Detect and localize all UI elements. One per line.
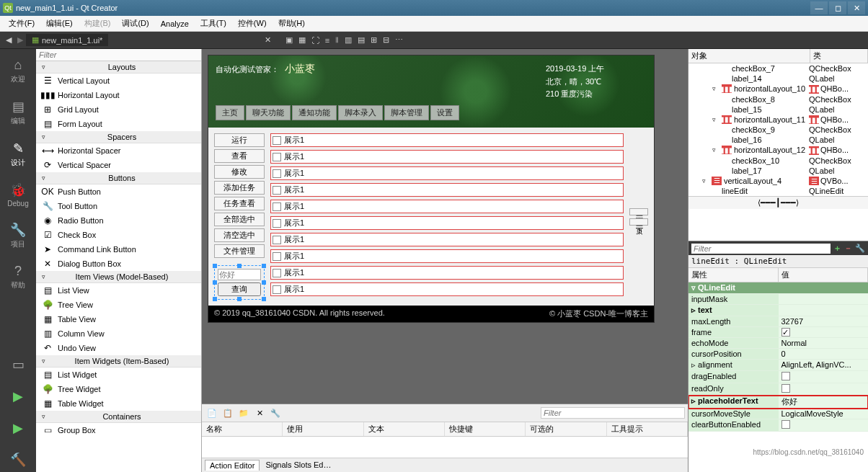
widget-radio-button[interactable]: ◉Radio Button	[36, 213, 201, 228]
mode-Debug[interactable]: 🐞Debug	[6, 179, 30, 210]
new-action-icon[interactable]: 📄	[205, 406, 219, 420]
file-tab[interactable]: ▦ new_main1_1.ui*	[26, 34, 108, 46]
property-filter[interactable]	[691, 244, 831, 254]
oi-row-label_17[interactable]: label_17QLabel	[688, 166, 868, 176]
widget-column-view[interactable]: ▥Column View	[36, 326, 201, 341]
ae-col-3[interactable]: 快捷键	[445, 422, 526, 436]
action-button-0[interactable]: 运行	[214, 133, 265, 147]
widget-vertical-spacer[interactable]: ⟳Vertical Spacer	[36, 158, 201, 172]
action-filter[interactable]	[541, 407, 685, 419]
widget-tool-button[interactable]: 🔧Tool Button	[36, 199, 201, 213]
prop-readOnly[interactable]: readOnly	[688, 383, 868, 396]
mode-设计[interactable]: ✎设计	[9, 138, 27, 171]
widget-tree-widget[interactable]: 🌳Tree Widget	[36, 382, 201, 396]
run-button[interactable]: ▶	[12, 386, 25, 409]
prop-inputMask[interactable]: inputMask	[688, 294, 868, 305]
oi-row-horizontalLayout_10[interactable]: ▿▮▮▮horizontalLayout_10▮▮▮QHBo...	[688, 84, 868, 94]
row-checkbox[interactable]	[273, 186, 281, 195]
page-button-1[interactable]: 下一页	[629, 218, 648, 226]
row-checkbox[interactable]	[273, 285, 281, 294]
oi-header-object[interactable]: 对象	[688, 49, 810, 63]
prop-cursorMoveStyle[interactable]: cursorMoveStyleLogicalMoveStyle	[688, 409, 868, 419]
ae-col-4[interactable]: 可选的	[526, 422, 606, 436]
mode-欢迎[interactable]: ⌂欢迎	[9, 55, 27, 87]
banner-tab-3[interactable]: 脚本录入	[338, 105, 383, 120]
menu-6[interactable]: 控件(W)	[232, 17, 273, 30]
prop-maxLength[interactable]: maxLength32767	[688, 316, 868, 327]
class-header[interactable]: QLineEdit	[698, 283, 735, 292]
ae-col-1[interactable]: 使用	[283, 422, 363, 436]
action-button-6[interactable]: 清空选中	[214, 228, 265, 242]
tool-icon-2[interactable]: ▦	[296, 34, 309, 46]
pe-header-value[interactable]: 值	[779, 268, 869, 282]
row-checkbox[interactable]	[273, 202, 281, 211]
build-button[interactable]: 🔨	[9, 449, 27, 472]
debug-run-button[interactable]: ▶	[12, 417, 25, 440]
copy-action-icon[interactable]: 📋	[221, 406, 235, 420]
ae-col-5[interactable]: 工具提示	[607, 422, 688, 436]
tool-icon-9[interactable]: ⊟	[380, 34, 392, 46]
display-row-4[interactable]: 展示1	[270, 200, 624, 213]
config-action-icon[interactable]: 🔧	[268, 406, 283, 420]
tool-icon-8[interactable]: ⊞	[368, 34, 380, 46]
banner-tab-1[interactable]: 聊天功能	[246, 105, 291, 120]
tool-icon-1[interactable]: ▣	[283, 34, 296, 46]
menu-7[interactable]: 帮助(H)	[273, 17, 311, 30]
prop-clearButtonEnabled[interactable]: clearButtonEnabled	[688, 419, 868, 432]
mode-编辑[interactable]: ▤编辑	[9, 96, 27, 129]
category-Layouts[interactable]: ▿Layouts	[36, 61, 201, 74]
mode-帮助[interactable]: ?帮助	[9, 261, 27, 293]
banner-tab-4[interactable]: 脚本管理	[384, 105, 429, 120]
menu-2[interactable]: 构建(B)	[79, 17, 117, 30]
ae-col-0[interactable]: 名称	[202, 422, 283, 436]
row-checkbox[interactable]	[273, 269, 281, 277]
oi-row-checkBox_10[interactable]: checkBox_10QCheckBox	[688, 156, 868, 166]
menu-1[interactable]: 编辑(E)	[40, 17, 79, 30]
oi-row-verticalLayout_4[interactable]: ▿☰verticalLayout_4☰QVBo...	[688, 176, 868, 187]
widget-grid-layout[interactable]: ⊞Grid Layout	[36, 102, 201, 117]
tool-icon-5[interactable]: ⫴	[332, 34, 342, 46]
widget-table-widget[interactable]: ▦Table Widget	[36, 396, 201, 411]
action-button-1[interactable]: 查看	[214, 149, 265, 163]
oi-row-lineEdit[interactable]: lineEditQLineEdit	[688, 186, 868, 196]
maximize-button[interactable]: ◻	[829, 1, 846, 14]
display-row-8[interactable]: 展示1	[270, 266, 624, 280]
widget-vertical-layout[interactable]: ☰Vertical Layout	[36, 74, 201, 88]
prop-frame[interactable]: frame✓	[688, 327, 868, 338]
row-checkbox[interactable]	[273, 236, 281, 244]
widget-undo-view[interactable]: ↶Undo View	[36, 341, 201, 355]
minimize-button[interactable]: ―	[810, 1, 828, 14]
row-checkbox[interactable]	[273, 136, 281, 145]
display-row-1[interactable]: 展示1	[270, 150, 624, 164]
action-button-7[interactable]: 文件管理	[214, 244, 265, 258]
tool-icon-4[interactable]: ≡	[322, 35, 332, 46]
oi-row-checkBox_9[interactable]: checkBox_9QCheckBox	[688, 125, 868, 135]
action-button-4[interactable]: 任务查看	[214, 197, 265, 210]
action-button-5[interactable]: 全部选中	[214, 213, 265, 226]
display-row-9[interactable]: 展示1	[270, 282, 624, 296]
add-property-icon[interactable]: ＋	[833, 243, 841, 254]
category-Item Views (Model-Based)[interactable]: ▿Item Views (Model-Based)	[36, 271, 201, 283]
lineedit-widget[interactable]	[218, 269, 261, 280]
category-Containers[interactable]: ▿Containers	[36, 411, 201, 423]
widget-tree-view[interactable]: 🌳Tree View	[36, 298, 201, 312]
widget-list-view[interactable]: ▤List View	[36, 283, 201, 298]
prop-cursorPosition[interactable]: cursorPosition0	[688, 349, 868, 360]
tool-icon-3[interactable]: ⛶	[309, 35, 322, 46]
tool-icon-6[interactable]: ▥	[342, 34, 355, 46]
display-row-5[interactable]: 展示1	[270, 216, 624, 230]
page-button-0[interactable]: 上一页	[629, 208, 648, 215]
ae-tab-0[interactable]: Action Editor	[205, 460, 260, 471]
category-Item Widgets (Item-Based)[interactable]: ▿Item Widgets (Item-Based)	[36, 355, 201, 368]
widget-dialog-button-box[interactable]: ✕Dialog Button Box	[36, 257, 201, 271]
oi-row-horizontalLayout_11[interactable]: ▿▮▮▮horizontalLayout_11▮▮▮QHBo...	[688, 115, 868, 125]
config-property-icon[interactable]: 🔧	[855, 244, 865, 253]
tool-icon-7[interactable]: ▤	[355, 34, 368, 46]
tool-icon-10[interactable]: ⋯	[392, 34, 406, 46]
paste-action-icon[interactable]: 📁	[236, 406, 251, 420]
oi-row-label_16[interactable]: label_16QLabel	[688, 135, 868, 145]
banner-tab-5[interactable]: 设置	[430, 105, 459, 120]
close-tab-button[interactable]: ✕	[262, 34, 274, 46]
display-row-7[interactable]: 展示1	[270, 249, 624, 263]
prop-alignment[interactable]: ▹ alignmentAlignLeft, AlignVC...	[688, 360, 868, 371]
